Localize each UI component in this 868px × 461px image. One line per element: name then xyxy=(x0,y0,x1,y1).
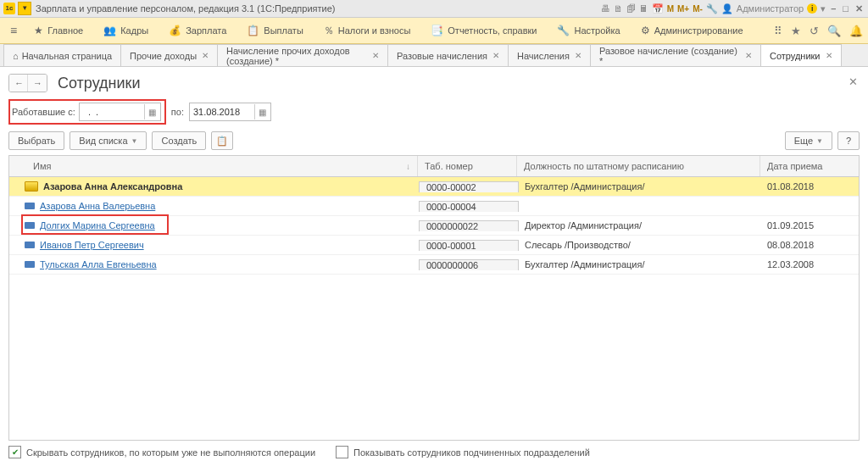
hide-checkbox[interactable]: ✔ xyxy=(8,446,21,458)
menu-admin[interactable]: ⚙Администрирование xyxy=(632,18,752,43)
dropdown-icon[interactable]: ▾ xyxy=(821,3,826,14)
hide-label: Скрывать сотрудников, по которым уже не … xyxy=(26,447,315,458)
m-minus-icon[interactable]: M- xyxy=(693,4,703,14)
star-icon: ★ xyxy=(34,25,43,36)
more-button[interactable]: Еще▼ xyxy=(785,131,832,150)
tab-other-income-create[interactable]: Начисление прочих доходов (создание) *✕ xyxy=(217,44,388,66)
hamburger-icon[interactable]: ≡ xyxy=(5,24,22,37)
calculator-icon[interactable]: 🖩 xyxy=(639,3,648,14)
calendar-icon[interactable]: 📅 xyxy=(652,3,664,14)
filter-sep: по: xyxy=(171,107,184,117)
print-icon[interactable]: 🖶 xyxy=(601,3,610,14)
help-button[interactable]: ? xyxy=(837,131,860,150)
employee-link[interactable]: Тульская Алла Евгеньевна xyxy=(40,259,157,269)
employee-link[interactable]: Иванов Петр Сергеевич xyxy=(40,240,144,250)
tab-label: Сотрудники xyxy=(770,51,821,61)
calendar-icon[interactable]: ▦ xyxy=(254,104,270,119)
list-icon: 📋 xyxy=(247,25,259,36)
tab-label: Начальная страница xyxy=(22,51,112,61)
table-row[interactable]: Иванов Петр Сергеевич 0000-00001 Слесарь… xyxy=(9,236,859,255)
fav-icon[interactable]: ★ xyxy=(791,25,801,37)
calendar-icon[interactable]: ▦ xyxy=(144,104,160,119)
filter-label: Работавшие с: xyxy=(12,107,75,117)
menu-salary[interactable]: 💰Зарплата xyxy=(160,18,235,43)
row-icon xyxy=(25,242,35,248)
chevron-down-icon: ▼ xyxy=(131,137,138,145)
menu-taxes[interactable]: ％Налоги и взносы xyxy=(315,18,420,43)
cell-date: 01.09.2015 xyxy=(760,220,859,230)
tab-close-icon[interactable]: ✕ xyxy=(372,51,379,60)
date-from-box: ▦ xyxy=(79,103,161,121)
close-icon[interactable]: ✕ xyxy=(854,3,865,14)
back-button[interactable]: ← xyxy=(9,75,28,92)
tab-close-icon[interactable]: ✕ xyxy=(575,51,581,60)
forward-button[interactable]: → xyxy=(28,75,47,92)
table-row[interactable]: Азарова Анна Валерьевна 0000-00004 xyxy=(9,197,859,216)
table-row[interactable]: Азарова Анна Александровна 0000-00002 Бу… xyxy=(9,177,859,197)
people-icon: 👥 xyxy=(103,25,116,36)
menu-hr[interactable]: 👥Кадры xyxy=(95,18,157,43)
maximize-icon[interactable]: □ xyxy=(841,3,850,14)
bell-icon[interactable]: 🔔 xyxy=(849,25,863,37)
row-icon xyxy=(25,181,38,192)
show-sub-label: Показывать сотрудников подчиненных подра… xyxy=(353,447,590,458)
m-plus-icon[interactable]: M+ xyxy=(677,4,689,14)
page-footer: ✔ Скрывать сотрудников, по которым уже н… xyxy=(8,441,860,458)
employee-link[interactable]: Азарова Анна Александровна xyxy=(43,181,182,192)
cell-date: 12.03.2008 xyxy=(760,259,859,269)
menu-admin-label: Администрирование xyxy=(654,25,743,36)
date-to-input[interactable] xyxy=(190,104,254,119)
date-from-input[interactable] xyxy=(80,104,144,119)
tab-employees[interactable]: Сотрудники✕ xyxy=(760,44,842,66)
user-name[interactable]: Администратор xyxy=(737,3,804,14)
col-position[interactable]: Должность по штатному расписанию xyxy=(517,156,760,176)
search-icon[interactable]: 🔍 xyxy=(827,25,841,37)
employee-link[interactable]: Азарова Анна Валерьевна xyxy=(40,201,155,211)
viewtype-label: Вид списка xyxy=(79,136,127,146)
tab-onetime[interactable]: Разовые начисления✕ xyxy=(387,44,509,66)
m-icon[interactable]: M xyxy=(667,4,674,14)
tab-close-icon[interactable]: ✕ xyxy=(202,51,209,60)
cell-pos: Бухгалтер /Администрация/ xyxy=(518,181,760,192)
tab-charges[interactable]: Начисления✕ xyxy=(508,44,591,66)
minimize-icon[interactable]: – xyxy=(829,3,837,14)
tab-other-income[interactable]: Прочие доходы✕ xyxy=(120,44,218,66)
tab-close-icon[interactable]: ✕ xyxy=(745,51,752,60)
sort-asc-icon: ↓ xyxy=(406,162,410,171)
print-preview-icon[interactable]: 🗎 xyxy=(614,3,623,14)
table-row[interactable]: Тульская Алла Евгеньевна 0000000006 Бухг… xyxy=(9,255,859,275)
col-tabnum[interactable]: Таб. номер xyxy=(418,156,517,176)
tab-close-icon[interactable]: ✕ xyxy=(492,51,499,60)
apps-icon[interactable]: ⠿ xyxy=(774,25,782,37)
menu-main[interactable]: ★Главное xyxy=(25,18,92,43)
page-close-icon[interactable]: ✕ xyxy=(849,75,858,88)
filter-from-highlight: Работавшие с: ▦ xyxy=(8,99,166,125)
tab-label: Прочие доходы xyxy=(130,51,197,61)
favorites-dropdown-icon[interactable]: ▾ xyxy=(18,2,31,15)
tab-onetime-create[interactable]: Разовое начисление (создание) *✕ xyxy=(590,44,761,66)
viewtype-button[interactable]: Вид списка▼ xyxy=(70,131,147,150)
col-name[interactable]: Имя↓ xyxy=(9,156,418,176)
percent-icon: ％ xyxy=(324,24,334,38)
menu-reports[interactable]: 📑Отчетность, справки xyxy=(422,18,545,43)
table-row[interactable]: Долгих Марина Сергеевна 0000000022 Дирек… xyxy=(9,216,859,236)
more-label: Еще xyxy=(794,136,813,146)
menu-payments[interactable]: 📋Выплаты xyxy=(238,18,311,43)
cell-tab: 0000-00004 xyxy=(419,201,519,212)
tab-home[interactable]: ⌂Начальная страница xyxy=(3,44,121,66)
window-titlebar: 1c ▾ Зарплата и управление персоналом, р… xyxy=(0,0,868,18)
employee-link[interactable]: Долгих Марина Сергеевна xyxy=(40,220,155,230)
info-icon[interactable]: i xyxy=(807,3,817,14)
create-button[interactable]: Создать xyxy=(152,131,206,150)
history-icon[interactable]: ↺ xyxy=(810,25,819,37)
grid-body[interactable]: Азарова Анна Александровна 0000-00002 Бу… xyxy=(9,177,859,440)
col-hiredate[interactable]: Дата приема xyxy=(760,156,859,176)
select-button[interactable]: Выбрать xyxy=(8,131,64,150)
menu-settings[interactable]: 🔧Настройка xyxy=(548,18,628,43)
tools-icon[interactable]: 🔧 xyxy=(706,3,718,14)
menu-right-tools: ⠿ ★ ↺ 🔍 🔔 xyxy=(774,25,863,37)
compare-icon[interactable]: 🗐 xyxy=(626,3,636,14)
show-sub-checkbox[interactable] xyxy=(336,446,348,458)
tab-close-icon[interactable]: ✕ xyxy=(826,51,832,60)
paste-button[interactable]: 📋 xyxy=(211,131,233,150)
